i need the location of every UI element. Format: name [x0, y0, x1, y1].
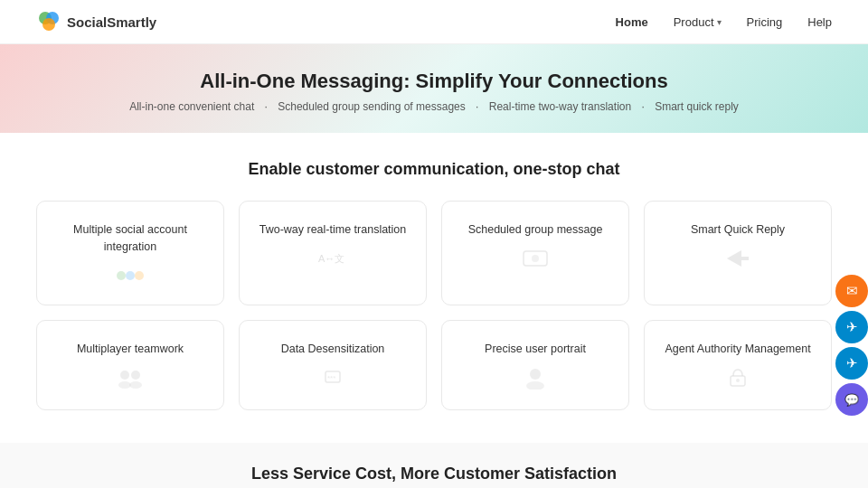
- chevron-down-icon: ▾: [717, 17, 722, 27]
- card-social-account-icon-area: [114, 263, 146, 288]
- card-quick-reply-icon-area: [722, 246, 754, 271]
- card-scheduled-group-icon-area: [519, 246, 552, 271]
- teamwork-icon: [114, 364, 146, 389]
- svg-point-16: [530, 369, 541, 380]
- scheduled-group-icon: [519, 246, 552, 271]
- hero-banner: All-in-One Messaging: Simplify Your Conn…: [0, 44, 868, 133]
- hero-dot3: ·: [641, 100, 647, 113]
- user-portrait-icon: [519, 364, 552, 389]
- svg-point-2: [42, 18, 55, 31]
- card-quick-reply-label: Smart Quick Reply: [691, 221, 785, 239]
- card-translation-label: Two-way real-time translation: [259, 221, 407, 239]
- features-row2: Multiplayer teamwork Data Desensitizatio…: [36, 320, 832, 410]
- card-teamwork-label: Multiplayer teamwork: [77, 341, 184, 358]
- bottom-title: Less Service Cost, More Customer Satisfa…: [36, 465, 832, 483]
- floating-buttons: ✉ ✈ ✈ 💬: [835, 275, 868, 416]
- logo-text: SocialSmartly: [67, 14, 156, 30]
- nav-links: Home Product ▾ Pricing Help: [616, 15, 832, 29]
- hero-subtitle-part3: Real-time two-way translation: [489, 100, 631, 113]
- float-chat-button[interactable]: 💬: [835, 383, 868, 416]
- hero-subtitle-part1: All-in-one convenient chat: [129, 100, 254, 113]
- nav-product[interactable]: Product ▾: [674, 15, 722, 29]
- navbar: SocialSmartly Home Product ▾ Pricing Hel…: [0, 0, 868, 44]
- hero-title: All-in-One Messaging: Simplify Your Conn…: [36, 70, 832, 93]
- svg-point-8: [532, 255, 539, 262]
- hero-subtitle-part4: Smart quick reply: [655, 100, 739, 113]
- card-teamwork-icon-area: [114, 364, 146, 389]
- nav-pricing[interactable]: Pricing: [747, 15, 783, 29]
- svg-point-13: [129, 381, 142, 389]
- logo-icon: [36, 9, 61, 34]
- hero-dot2: ·: [476, 100, 482, 113]
- svg-point-10: [120, 371, 129, 380]
- logo[interactable]: SocialSmartly: [36, 9, 156, 34]
- svg-point-3: [117, 271, 126, 280]
- card-quick-reply[interactable]: Smart Quick Reply: [644, 201, 832, 305]
- hero-subtitle-part2: Scheduled group sending of messages: [278, 100, 465, 113]
- card-translation-icon-area: A↔文: [316, 246, 349, 271]
- svg-point-17: [526, 381, 544, 389]
- card-user-portrait-label: Precise user portrait: [485, 341, 586, 358]
- svg-text:A↔文: A↔文: [318, 253, 344, 264]
- svg-text:***: ***: [327, 374, 335, 382]
- card-translation[interactable]: Two-way real-time translation A↔文: [239, 201, 427, 305]
- features-row1: Multiple social account integration Two-…: [36, 201, 832, 305]
- card-social-account-label: Multiple social account integration: [52, 221, 209, 256]
- authority-icon: [722, 364, 754, 389]
- card-teamwork[interactable]: Multiplayer teamwork: [36, 320, 224, 410]
- svg-marker-9: [727, 250, 749, 267]
- features-section: Enable customer communication, one-stop …: [0, 133, 868, 443]
- translation-icon: A↔文: [316, 246, 349, 271]
- card-authority-label: Agent Authority Management: [665, 341, 810, 358]
- float-email-button[interactable]: ✉: [835, 275, 868, 307]
- svg-point-11: [131, 371, 140, 380]
- card-desensitization-label: Data Desensitization: [281, 341, 385, 358]
- hero-subtitle: All-in-one convenient chat · Scheduled g…: [36, 100, 832, 113]
- card-scheduled-group-label: Scheduled group message: [468, 221, 603, 239]
- svg-point-4: [126, 271, 135, 280]
- social-account-icon: [114, 263, 146, 288]
- card-social-account[interactable]: Multiple social account integration: [36, 201, 224, 305]
- float-telegram-button[interactable]: ✈: [835, 311, 868, 343]
- svg-point-12: [118, 381, 131, 389]
- bottom-section: Less Service Cost, More Customer Satisfa…: [0, 443, 868, 489]
- quick-reply-icon: [722, 246, 754, 271]
- card-authority[interactable]: Agent Authority Management: [644, 320, 832, 410]
- nav-help[interactable]: Help: [807, 15, 832, 29]
- desensitization-icon: ***: [316, 364, 349, 389]
- float-telegram2-button[interactable]: ✈: [835, 347, 868, 380]
- card-user-portrait-icon-area: [519, 364, 552, 389]
- card-desensitization-icon-area: ***: [316, 364, 349, 389]
- card-user-portrait[interactable]: Precise user portrait: [441, 320, 629, 410]
- svg-point-5: [135, 271, 144, 280]
- card-desensitization[interactable]: Data Desensitization ***: [239, 320, 427, 410]
- card-authority-icon-area: [722, 364, 754, 389]
- nav-home[interactable]: Home: [616, 15, 648, 29]
- features-title: Enable customer communication, one-stop …: [36, 160, 832, 179]
- svg-point-19: [736, 379, 740, 382]
- card-scheduled-group[interactable]: Scheduled group message: [441, 201, 629, 305]
- hero-dot1: ·: [265, 100, 271, 113]
